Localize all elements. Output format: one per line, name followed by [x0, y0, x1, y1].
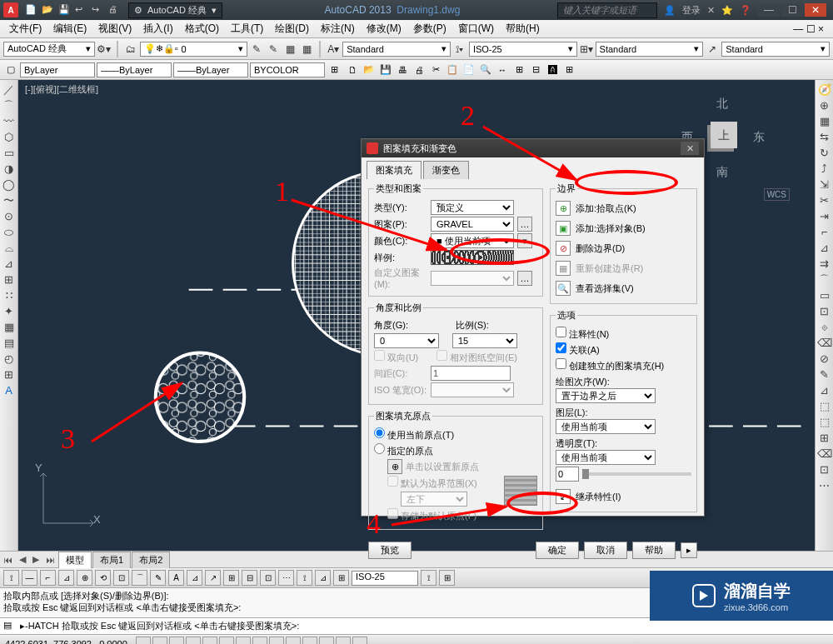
layer-combo[interactable]: 💡❄🔒▫ 0▾: [140, 42, 248, 57]
snap-toggle[interactable]: [136, 637, 151, 645]
select-objects-button[interactable]: 添加:选择对象(B): [576, 222, 646, 235]
help-search[interactable]: 键入关键字或短语: [557, 2, 657, 18]
tab-layout2[interactable]: 布局2: [132, 552, 170, 568]
inherit-icon[interactable]: ↙: [556, 489, 571, 504]
qat[interactable]: 📄📂💾↩↪🖨: [22, 4, 123, 16]
window-title: AutoCAD 2013 Drawing1.dwg: [227, 4, 557, 16]
select-objects-icon[interactable]: ▣: [556, 221, 571, 236]
menu-format[interactable]: 格式(O): [179, 22, 225, 36]
menu-file[interactable]: 文件(F): [3, 22, 47, 36]
tab-hatch[interactable]: 图案填充: [367, 161, 421, 179]
pattern-select[interactable]: GRAVEL: [431, 217, 514, 232]
wcs-label[interactable]: WCS: [764, 188, 790, 201]
pattern-browse-button[interactable]: …: [517, 217, 532, 232]
layer-select[interactable]: 使用当前项: [556, 419, 656, 434]
menu-modify[interactable]: 修改(M): [361, 22, 407, 36]
watermark: 溜溜自学 zixue.3d66.com: [650, 571, 833, 621]
command-prompt-icon: ▤: [3, 620, 17, 633]
spacing-input: [431, 366, 511, 381]
tab-nav-next[interactable]: ▶: [29, 553, 42, 566]
remove-boundary-button[interactable]: 删除边界(D): [576, 242, 625, 255]
command-prompt-arrow: ▸-: [20, 621, 28, 632]
origin-preview: [504, 476, 537, 506]
view-selection-button[interactable]: 查看选择集(V): [576, 282, 634, 295]
pick-origin-button[interactable]: ⊕: [387, 459, 402, 474]
tablestyle-icon[interactable]: ⊞▾: [579, 42, 594, 57]
group-type: 类型和图案: [374, 182, 423, 195]
group-angle: 角度和比例: [374, 302, 423, 314]
menu-insert[interactable]: 插入(I): [137, 22, 178, 36]
mleaderstyle-icon[interactable]: ↗: [705, 42, 720, 57]
draworder-select[interactable]: 置于边界之后: [556, 388, 656, 403]
separate-checkbox[interactable]: [556, 358, 566, 369]
menu-parametric[interactable]: 参数(P): [407, 22, 452, 36]
associative-checkbox[interactable]: [556, 342, 566, 353]
close-button[interactable]: ✕: [805, 3, 826, 17]
tab-nav-last[interactable]: ⏭: [42, 554, 58, 566]
dialog-close-icon[interactable]: ✕: [681, 142, 699, 155]
ok-button[interactable]: 确定: [536, 542, 579, 559]
expand-button[interactable]: ▸: [681, 542, 697, 558]
textstyle-combo[interactable]: Standard▾: [342, 42, 451, 57]
pick-point-button[interactable]: 添加:拾取点(K): [576, 202, 636, 215]
type-select[interactable]: 预定义: [431, 200, 514, 215]
tab-nav-prev[interactable]: ◀: [16, 553, 29, 566]
workspace-combo[interactable]: AutoCAD 经典▾: [3, 42, 95, 57]
transparency-select[interactable]: 使用当前项: [556, 450, 656, 465]
max-button[interactable]: ☐: [781, 3, 803, 17]
origin-current-radio[interactable]: [374, 427, 385, 438]
angle-select[interactable]: 0: [374, 333, 439, 348]
help-button[interactable]: 帮助: [632, 542, 676, 559]
plotstyle-combo[interactable]: BYCOLOR: [250, 62, 325, 77]
color-combo[interactable]: ByLayer: [20, 62, 95, 77]
menu-view[interactable]: 视图(V): [92, 22, 137, 36]
menubar[interactable]: 文件(F) 编辑(E) 视图(V) 插入(I) 格式(O) 工具(T) 绘图(D…: [0, 20, 833, 38]
min-button[interactable]: —: [758, 3, 780, 17]
store-default-checkbox: [387, 508, 398, 519]
dimstyle-icon[interactable]: ⟟▾: [452, 42, 467, 57]
tablestyle-combo[interactable]: Standard▾: [596, 42, 704, 57]
transparency-input[interactable]: [556, 467, 579, 482]
menu-edit[interactable]: 编辑(E): [47, 22, 92, 36]
menu-help[interactable]: 帮助(H): [500, 22, 546, 36]
login-link[interactable]: 登录: [682, 4, 701, 17]
mleaderstyle-combo[interactable]: Standard▾: [721, 42, 830, 57]
lineweight-combo[interactable]: —— ByLayer: [173, 62, 248, 77]
extent-select: 左下: [401, 492, 467, 507]
cancel-button[interactable]: 取消: [584, 542, 627, 559]
paperscale-checkbox: [436, 350, 447, 361]
pick-point-icon[interactable]: ⊕: [556, 201, 571, 216]
scale-select[interactable]: 15: [452, 333, 517, 348]
status-dimstyle-combo[interactable]: ISO-25: [352, 571, 418, 586]
inherit-button[interactable]: 继承特性(I): [576, 491, 621, 503]
preview-button[interactable]: 预览: [368, 542, 412, 559]
color-more-button[interactable]: ▾: [517, 233, 532, 248]
sample-swatch[interactable]: [431, 250, 514, 265]
textstyle-icon[interactable]: A▾: [326, 42, 341, 57]
tab-nav-first[interactable]: ⏮: [0, 554, 16, 566]
modify-toolbar[interactable]: 🧭⊕▦⇆ ↻⤴⇲✂ ⇥⌐⊿⇉ ⌒▭⊡⟐ ⌫⊘✎⊿ ⬚⬚⊞⌫ ⊡⋯: [815, 80, 833, 551]
workspace-dropdown[interactable]: ⚙AutoCAD 经典▾: [128, 2, 222, 18]
annotative-checkbox[interactable]: [556, 327, 566, 337]
gear-icon[interactable]: ⚙▾: [97, 42, 112, 57]
origin-spec-radio[interactable]: [374, 443, 385, 454]
menu-tools[interactable]: 工具(T): [225, 22, 269, 36]
color-select[interactable]: ■ 使用当前项: [431, 233, 514, 248]
tab-gradient[interactable]: 渐变色: [423, 161, 469, 179]
menu-window[interactable]: 窗口(W): [452, 22, 500, 36]
remove-boundary-icon[interactable]: ⊘: [556, 241, 571, 256]
view-selection-icon[interactable]: 🔍: [556, 281, 571, 296]
menu-dimension[interactable]: 标注(N): [315, 22, 361, 36]
iso-select: [431, 382, 514, 397]
default-extent-checkbox: [387, 476, 398, 487]
layer-states-icon[interactable]: 🗂: [123, 42, 138, 57]
tab-layout1[interactable]: 布局1: [92, 552, 131, 568]
ucs-icon: Y X: [35, 465, 102, 534]
linetype-combo[interactable]: —— ByLayer: [97, 62, 172, 77]
dimstyle-combo[interactable]: ISO-25▾: [469, 42, 577, 57]
draw-toolbar[interactable]: ／⌒〰⬡ ▭◑◯〜 ⊙⬭⌓⊿ ⊞∷✦▦ ▤◴⊞A: [0, 80, 18, 551]
menu-draw[interactable]: 绘图(D): [269, 22, 315, 36]
group-bounds: 边界: [556, 182, 577, 195]
menubar-min-icon[interactable]: — ☐ ×: [787, 23, 830, 35]
tab-model[interactable]: 模型: [58, 552, 92, 568]
